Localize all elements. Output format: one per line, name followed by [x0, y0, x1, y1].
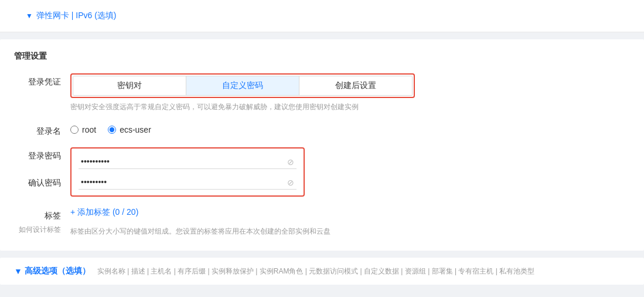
- password-fields-content: ⊘ ⊘: [70, 147, 630, 197]
- credentials-content: 密钥对 自定义密码 创建后设置 密钥对安全强度远高于常规自定义密码，可以避免暴力…: [70, 73, 630, 112]
- advanced-items-text: 实例名称 | 描述 | 主机名 | 有序后缀 | 实例释放保护 | 实例RAM角…: [97, 266, 534, 276]
- confirm-password-field-row: ⊘: [79, 175, 297, 190]
- radio-ecs-user[interactable]: ecs-user: [108, 125, 151, 134]
- add-tag-button[interactable]: + 添加标签 (0 / 20): [70, 207, 138, 218]
- tags-sub-label: 如何设计标签: [14, 224, 61, 237]
- login-name-radio-group: root ecs-user: [70, 123, 630, 134]
- password-fields-wrapper: ⊘ ⊘: [70, 147, 305, 197]
- credentials-btn-group-wrapper: 密钥对 自定义密码 创建后设置: [70, 73, 415, 98]
- section-title: 管理设置: [14, 51, 630, 62]
- login-password-input-wrap: ⊘: [79, 154, 297, 169]
- management-settings-card: 管理设置 登录凭证 密钥对 自定义密码 创建后设置 密钥对安全强度远高于常规自定…: [0, 39, 644, 251]
- network-card-header[interactable]: ▼ 弹性网卡 | IPv6 (选填): [14, 5, 630, 27]
- login-name-row: 登录名 root ecs-user: [14, 123, 630, 137]
- advanced-title-text: 高级选项（选填）: [25, 266, 90, 276]
- tags-content: + 添加标签 (0 / 20): [70, 207, 630, 218]
- tags-hint-row: 如何设计标签 标签由区分大小写的键值对组成。您设置的标签将应用在本次创建的全部实…: [14, 224, 630, 237]
- credentials-row: 登录凭证 密钥对 自定义密码 创建后设置 密钥对安全强度远高于常规自定义密码，可…: [14, 73, 630, 112]
- confirm-password-input-wrap: ⊘: [79, 175, 297, 190]
- network-card-section: ▼ 弹性网卡 | IPv6 (选填): [0, 0, 644, 32]
- confirm-password-label: 确认密码: [14, 174, 61, 188]
- tags-main-row: 标签 + 添加标签 (0 / 20): [14, 207, 630, 221]
- confirm-password-eye-icon[interactable]: ⊘: [287, 178, 294, 187]
- password-section-row: 登录密码 确认密码 ⊘ ⊘: [14, 147, 630, 197]
- radio-ecs-user-label: ecs-user: [120, 125, 151, 134]
- radio-root[interactable]: root: [70, 125, 96, 134]
- advanced-card: ▼ 高级选项（选填） 实例名称 | 描述 | 主机名 | 有序后缀 | 实例释放…: [0, 258, 644, 285]
- page-wrapper: ▼ 弹性网卡 | IPv6 (选填) 管理设置 登录凭证 密钥对 自定义密码 创…: [0, 0, 644, 297]
- radio-root-input[interactable]: [70, 126, 79, 134]
- login-name-content: root ecs-user: [70, 123, 630, 134]
- password-eye-icon[interactable]: ⊘: [287, 157, 294, 167]
- advanced-arrow-icon: ▼: [14, 266, 22, 276]
- radio-ecs-user-input[interactable]: [108, 126, 116, 134]
- login-password-label: 登录密码: [14, 147, 61, 161]
- login-password-input[interactable]: [79, 154, 297, 169]
- credentials-hint: 密钥对安全强度远高于常规自定义密码，可以避免暴力破解威胁，建议您使用密钥对创建实…: [70, 102, 630, 112]
- tags-label: 标签: [14, 207, 61, 221]
- confirm-password-input[interactable]: [79, 175, 297, 190]
- advanced-header: ▼ 高级选项（选填） 实例名称 | 描述 | 主机名 | 有序后缀 | 实例释放…: [14, 266, 630, 276]
- tags-section: 标签 + 添加标签 (0 / 20) 如何设计标签 标签由区分大小写的键值对组成…: [14, 207, 630, 237]
- radio-root-label: root: [82, 125, 96, 134]
- tags-hint: 标签由区分大小写的键值对组成。您设置的标签将应用在本次创建的全部实例和云盘: [70, 226, 330, 237]
- advanced-title[interactable]: ▼ 高级选项（选填）: [14, 266, 90, 276]
- network-card-label: 弹性网卡 | IPv6 (选填): [36, 11, 117, 21]
- login-name-label: 登录名: [14, 123, 61, 137]
- collapse-arrow-icon: ▼: [26, 12, 33, 20]
- credentials-btn-group: 密钥对 自定义密码 创建后设置: [73, 76, 413, 96]
- credentials-label: 登录凭证: [14, 73, 61, 87]
- keypair-button[interactable]: 密钥对: [73, 76, 186, 95]
- custom-password-button[interactable]: 自定义密码: [186, 76, 299, 95]
- login-password-field-row: ⊘: [79, 154, 297, 169]
- post-create-button[interactable]: 创建后设置: [299, 76, 412, 95]
